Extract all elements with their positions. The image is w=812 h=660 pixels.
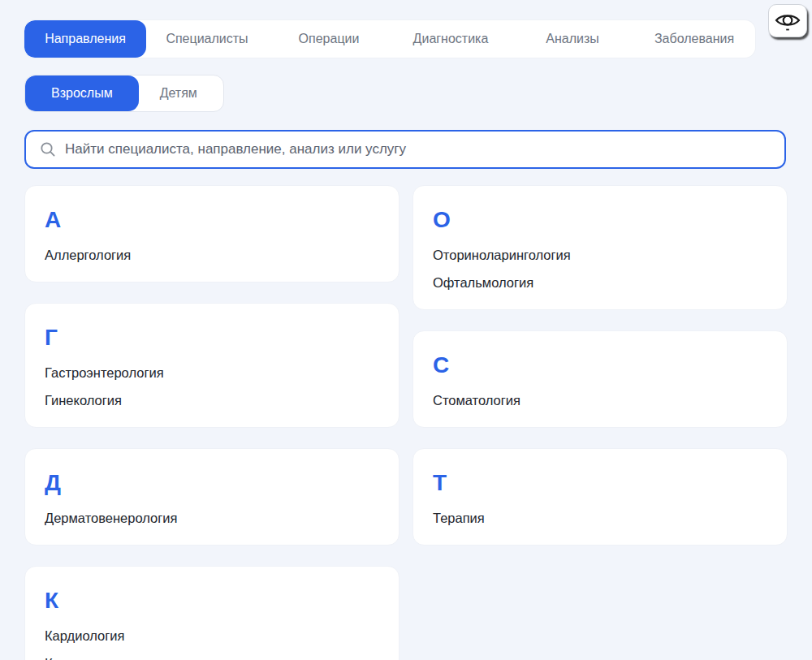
letter-heading: С <box>433 351 767 380</box>
letter-heading: Г <box>45 323 379 352</box>
direction-link-ginekologiya[interactable]: Гинекология <box>45 386 379 414</box>
tab-diagnostika[interactable]: Диагностика <box>390 20 512 58</box>
direction-link-kardiologiya[interactable]: Кардиология <box>45 622 379 649</box>
letter-card-s: С Стоматология <box>412 330 788 428</box>
category-tabbar: Направления Специалисты Операции Диагнос… <box>24 20 755 58</box>
eye-icon <box>774 10 801 32</box>
letter-heading: Д <box>45 468 379 498</box>
tab-napravleniya[interactable]: Направления <box>24 20 146 58</box>
direction-link-dermatovenerologiya[interactable]: Дерматовенерология <box>45 504 379 532</box>
directions-column-left: А Аллергология Г Гастроэнтерология Гинек… <box>24 185 400 660</box>
letter-card-o: О Оториноларингология Офтальмология <box>412 185 788 310</box>
letter-card-t: Т Терапия <box>412 448 788 546</box>
page: Направления Специалисты Операции Диагнос… <box>0 0 812 660</box>
audience-tab-children[interactable]: Детям <box>139 75 218 111</box>
tab-analizy[interactable]: Анализы <box>512 20 633 58</box>
audience-tab-adults[interactable]: Взрослым <box>25 75 139 111</box>
letter-card-a: А Аллергология <box>24 185 400 283</box>
search-bar[interactable] <box>24 130 786 169</box>
search-input[interactable] <box>65 141 771 157</box>
directions-column-right: О Оториноларингология Офтальмология С Ст… <box>412 185 788 660</box>
direction-link-stomatologiya[interactable]: Стоматология <box>433 386 767 414</box>
direction-link-kosmetologiya[interactable]: Косметология <box>45 649 379 660</box>
direction-link-allergologiya[interactable]: Аллергология <box>45 241 379 269</box>
direction-link-otorinolaringologiya[interactable]: Оториноларингология <box>433 241 767 269</box>
direction-link-terapiya[interactable]: Терапия <box>433 504 767 532</box>
tab-specialisty[interactable]: Специалисты <box>146 20 268 58</box>
direction-link-oftalmologiya[interactable]: Офтальмология <box>433 269 767 296</box>
letter-heading: Т <box>433 468 767 498</box>
directions-list: А Аллергология Г Гастроэнтерология Гинек… <box>24 185 788 660</box>
tab-zabolevaniya[interactable]: Заболевания <box>633 20 755 58</box>
letter-heading: А <box>45 205 379 235</box>
search-icon <box>39 140 57 158</box>
letter-card-g: Г Гастроэнтерология Гинекология <box>24 303 400 428</box>
audience-toggle: Взрослым Детям <box>24 75 224 112</box>
letter-heading: К <box>45 586 379 615</box>
letter-heading: О <box>433 205 767 235</box>
letter-card-d: Д Дерматовенерология <box>24 448 400 546</box>
tab-operacii[interactable]: Операции <box>268 20 390 58</box>
letter-card-k: К Кардиология Косметология <box>24 566 400 660</box>
direction-link-gastroenterologiya[interactable]: Гастроэнтерология <box>45 359 379 386</box>
accessibility-version-button[interactable] <box>768 4 807 37</box>
